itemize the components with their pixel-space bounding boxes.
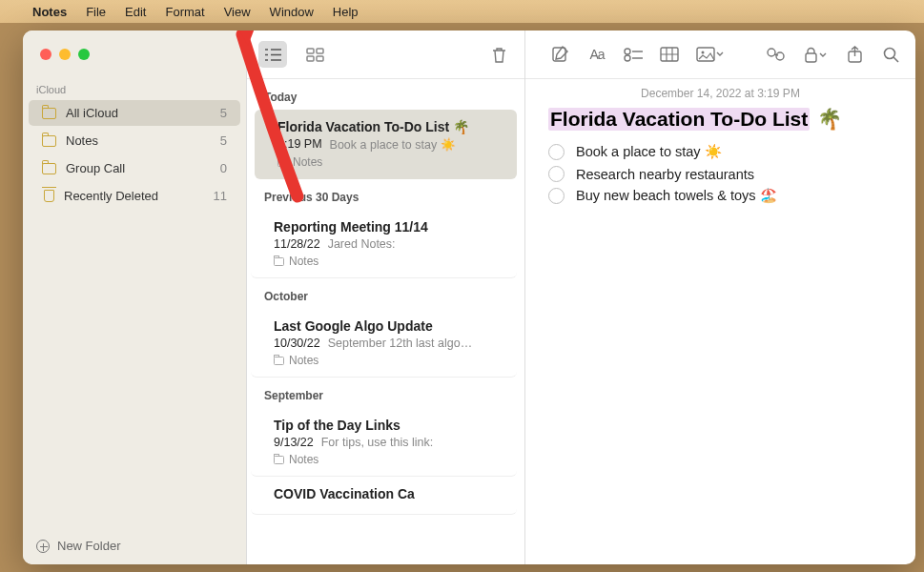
plus-icon bbox=[36, 540, 50, 553]
checkbox[interactable] bbox=[548, 144, 565, 160]
note-card-folder: Notes bbox=[274, 453, 500, 466]
checkbox[interactable] bbox=[548, 166, 565, 182]
menu-app-name[interactable]: Notes bbox=[32, 5, 67, 19]
svg-point-10 bbox=[768, 49, 775, 56]
sidebar-item-count: 0 bbox=[220, 161, 227, 175]
note-card-folder: Notes bbox=[277, 155, 500, 169]
menu-file[interactable]: File bbox=[86, 5, 106, 19]
note-card[interactable]: Last Google Algo Update 10/30/22Septembe… bbox=[251, 309, 517, 378]
note-card-title: COVID Vaccination Ca bbox=[274, 486, 500, 501]
folder-icon bbox=[42, 108, 56, 119]
table-button[interactable] bbox=[658, 48, 681, 61]
note-body[interactable]: December 14, 2022 at 3:19 PM Florida Vac… bbox=[525, 78, 915, 564]
note-card-title: Last Google Algo Update bbox=[274, 318, 500, 334]
note-card-preview: Jared Notes: bbox=[328, 237, 396, 251]
media-button[interactable] bbox=[694, 47, 725, 62]
checkbox[interactable] bbox=[548, 188, 565, 204]
svg-rect-1 bbox=[317, 49, 323, 53]
share-button[interactable] bbox=[843, 46, 866, 63]
sidebar-item-label: Recently Deleted bbox=[64, 189, 158, 203]
sidebar-item-all-icloud[interactable]: All iCloud5 bbox=[29, 100, 240, 126]
list-section-header: September bbox=[247, 378, 524, 408]
svg-point-9 bbox=[702, 51, 705, 54]
view-gallery-button[interactable] bbox=[300, 41, 329, 68]
menu-view[interactable]: View bbox=[224, 5, 251, 19]
svg-rect-12 bbox=[806, 53, 816, 62]
zoom-button[interactable] bbox=[78, 49, 90, 60]
svg-point-6 bbox=[625, 55, 630, 61]
folder-icon bbox=[42, 163, 56, 174]
window-controls bbox=[23, 31, 246, 78]
sidebar-item-label: All iCloud bbox=[66, 106, 118, 120]
svg-rect-0 bbox=[307, 49, 314, 53]
note-title[interactable]: Florida Vacation To-Do List bbox=[548, 108, 810, 131]
close-button[interactable] bbox=[40, 49, 51, 60]
sidebar-item-count: 11 bbox=[214, 189, 227, 203]
note-card-time: 3:19 PM bbox=[277, 137, 322, 152]
sidebar-item-recently-deleted[interactable]: Recently Deleted11 bbox=[29, 183, 240, 209]
new-note-button[interactable] bbox=[549, 46, 572, 63]
format-button[interactable]: Aa bbox=[585, 47, 608, 62]
menu-help[interactable]: Help bbox=[333, 5, 359, 19]
folder-icon bbox=[274, 456, 284, 464]
note-editor-pane: Aa December 14, 2022 at 3:19 PM Florida … bbox=[524, 31, 915, 564]
folder-icon bbox=[42, 135, 56, 147]
note-card[interactable]: Reporting Meeting 11/14 11/28/22Jared No… bbox=[251, 210, 517, 278]
note-card-preview: For tips, use this link: bbox=[321, 436, 433, 449]
sidebar-item-count: 5 bbox=[220, 106, 227, 120]
checklist-button[interactable] bbox=[622, 48, 645, 61]
note-card[interactable]: Florida Vacation To-Do List 🌴 3:19 PMBoo… bbox=[255, 110, 517, 179]
checklist-text: Book a place to stay ☀️ bbox=[576, 144, 722, 160]
svg-point-5 bbox=[625, 49, 630, 54]
sidebar-item-count: 5 bbox=[220, 133, 227, 148]
list-toolbar bbox=[247, 31, 524, 78]
sidebar-section-header: iCloud bbox=[23, 78, 246, 99]
sidebar-item-label: Notes bbox=[66, 133, 98, 148]
folder-icon bbox=[274, 257, 284, 266]
search-button[interactable] bbox=[879, 47, 902, 63]
note-card[interactable]: COVID Vaccination Ca bbox=[251, 477, 517, 515]
note-card[interactable]: Tip of the Day Links 9/13/22For tips, us… bbox=[251, 408, 517, 477]
svg-point-14 bbox=[884, 48, 894, 58]
svg-point-11 bbox=[776, 52, 784, 60]
note-timestamp: December 14, 2022 at 3:19 PM bbox=[548, 87, 893, 100]
sidebar-item-group-call[interactable]: Group Call0 bbox=[29, 155, 240, 181]
svg-rect-3 bbox=[317, 56, 323, 61]
list-section-header: Today bbox=[247, 79, 524, 110]
new-folder-button[interactable]: New Folder bbox=[23, 527, 246, 564]
menubar: Notes File Edit Format View Window Help bbox=[0, 0, 924, 23]
link-button[interactable] bbox=[765, 48, 788, 61]
minimize-button[interactable] bbox=[59, 49, 71, 60]
note-card-preview: September 12th last algo… bbox=[328, 337, 472, 350]
checklist-item[interactable]: Research nearby restaurants bbox=[548, 166, 893, 182]
lock-button[interactable] bbox=[801, 47, 830, 63]
folder-icon bbox=[274, 357, 284, 365]
menu-format[interactable]: Format bbox=[165, 5, 204, 19]
sidebar: iCloud All iCloud5 Notes5 Group Call0 Re… bbox=[23, 31, 246, 564]
note-card-time: 9/13/22 bbox=[274, 436, 314, 449]
note-card-title: Florida Vacation To-Do List 🌴 bbox=[277, 119, 500, 134]
note-card-title: Tip of the Day Links bbox=[274, 418, 500, 433]
menu-window[interactable]: Window bbox=[270, 5, 314, 19]
sidebar-item-label: Group Call bbox=[66, 161, 125, 175]
palm-emoji: 🌴 bbox=[817, 108, 842, 131]
delete-note-button[interactable] bbox=[484, 41, 513, 68]
folder-icon bbox=[277, 158, 288, 167]
checklist-item[interactable]: Buy new beach towels & toys 🏖️ bbox=[548, 188, 893, 204]
sidebar-item-notes[interactable]: Notes5 bbox=[29, 128, 240, 153]
notes-window: iCloud All iCloud5 Notes5 Group Call0 Re… bbox=[23, 31, 915, 564]
checklist-text: Research nearby restaurants bbox=[576, 167, 754, 182]
view-list-button[interactable] bbox=[258, 41, 287, 68]
note-card-title: Reporting Meeting 11/14 bbox=[274, 219, 500, 235]
note-list-pane: TodayFlorida Vacation To-Do List 🌴 3:19 … bbox=[246, 31, 524, 564]
note-card-folder: Notes bbox=[274, 255, 500, 268]
note-card-folder: Notes bbox=[274, 354, 500, 367]
menu-edit[interactable]: Edit bbox=[125, 5, 146, 19]
svg-rect-2 bbox=[307, 56, 314, 61]
new-folder-label: New Folder bbox=[57, 539, 120, 553]
note-card-time: 10/30/22 bbox=[274, 337, 320, 350]
note-card-preview: Book a place to stay ☀️ bbox=[330, 137, 456, 152]
note-toolbar: Aa bbox=[525, 31, 915, 78]
checklist-item[interactable]: Book a place to stay ☀️ bbox=[548, 144, 893, 160]
note-card-time: 11/28/22 bbox=[274, 237, 320, 251]
